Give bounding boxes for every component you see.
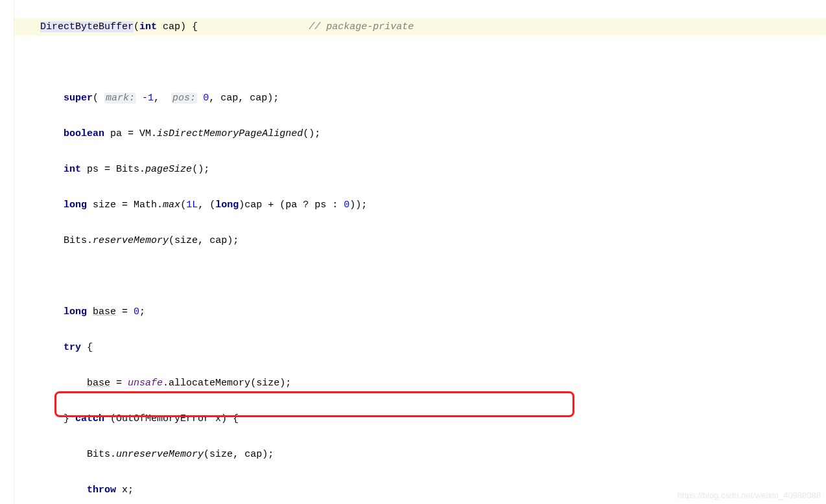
code-line[interactable]: long base = 0; (14, 303, 826, 321)
code-line[interactable]: Bits.reserveMemory(size, cap); (14, 232, 826, 250)
editor-gutter (0, 0, 14, 504)
code-line[interactable]: base = unsafe.allocateMemory(size); (14, 374, 826, 393)
code-line[interactable] (14, 54, 826, 72)
code-line[interactable]: Bits.unreserveMemory(size, cap); (14, 446, 826, 464)
code-line[interactable]: boolean pa = VM.isDirectMemoryPageAligne… (14, 125, 826, 143)
code-line[interactable]: try { (14, 339, 826, 357)
code-line[interactable] (14, 268, 826, 286)
watermark: https://blog.csdn.net/weixin_40988088 (678, 490, 821, 500)
code-line[interactable]: super( mark: -1, pos: 0, cap, cap); (14, 89, 826, 108)
code-line[interactable]: long size = Math.max(1L, (long)cap + (pa… (14, 196, 826, 214)
code-line[interactable]: DirectByteBuffer(int cap) { // package-p… (14, 18, 826, 36)
param-hint: pos: (171, 93, 197, 104)
param-hint: mark: (104, 93, 136, 104)
code-line[interactable]: } catch (OutOfMemoryError x) { (14, 410, 826, 428)
method-name: DirectByteBuffer (40, 21, 134, 32)
code-line[interactable]: int ps = Bits.pageSize(); (14, 161, 826, 179)
comment: // package-private (309, 21, 414, 32)
code-editor[interactable]: DirectByteBuffer(int cap) { // package-p… (14, 0, 826, 504)
